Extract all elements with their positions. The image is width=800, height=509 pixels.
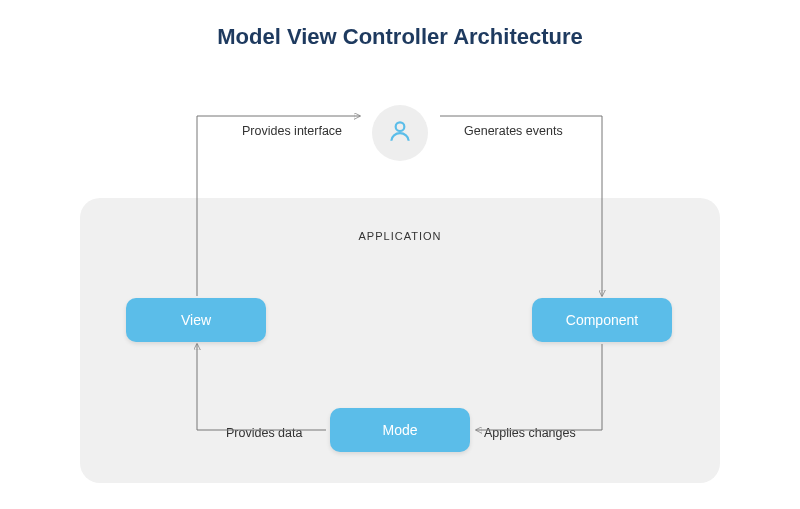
user-icon xyxy=(387,118,413,148)
edge-label-generates-events: Generates events xyxy=(464,124,563,138)
user-node xyxy=(372,105,428,161)
edge-label-provides-data: Provides data xyxy=(226,426,302,440)
edge-label-applies-changes: Applies changes xyxy=(484,426,576,440)
mode-block: Mode xyxy=(330,408,470,452)
diagram-title: Model View Controller Architecture xyxy=(0,24,800,50)
view-block: View xyxy=(126,298,266,342)
edge-label-provides-interface: Provides interface xyxy=(242,124,342,138)
svg-point-0 xyxy=(396,122,405,131)
component-block: Component xyxy=(532,298,672,342)
application-label: APPLICATION xyxy=(0,230,800,242)
